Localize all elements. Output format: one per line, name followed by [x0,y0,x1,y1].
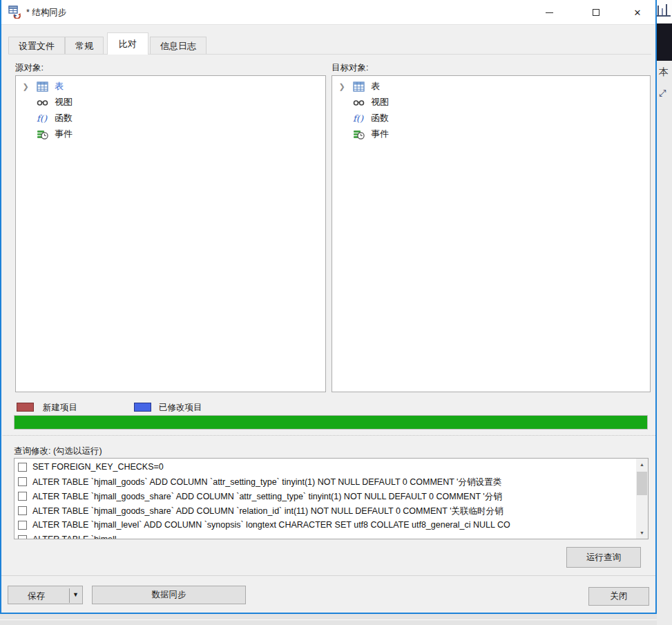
close-icon: ✕ [634,8,642,17]
expand-arrows-icon: ⤢ [659,88,666,99]
scroll-up-icon[interactable]: ▲ [636,459,648,470]
query-sql-text: ALTER TABLE `hjmall_goods` ADD COLUMN `a… [32,477,626,488]
query-checkbox[interactable] [18,535,27,539]
query-sql-text: ALTER TABLE `hjmall_goods_share` ADD COL… [32,491,626,503]
run-query-button[interactable]: 运行查询 [566,547,641,568]
chevron-right-icon[interactable]: ❯ [21,82,30,91]
window-title: * 结构同步 [26,7,66,19]
chevron-right-icon[interactable]: ❯ [338,82,346,91]
target-objects-label: 目标对象: [332,62,368,74]
event-icon [353,128,365,140]
background-app-right-strip: 本 ⤢ [657,0,672,625]
query-row[interactable]: ALTER TABLE `hjmall_goods_share` ADD COL… [15,490,626,504]
tree-item-label: 表 [371,80,380,93]
query-row[interactable]: ALTER TABLE `hjmall_goods_share` ADD COL… [15,504,626,519]
splitter-line[interactable] [3,435,655,436]
tab-settings-file[interactable]: 设置文件 [8,37,65,55]
tree-item-functions[interactable]: f() 函数 [16,110,325,126]
dropdown-arrow-icon[interactable]: ▼ [73,591,79,598]
close-dialog-button[interactable]: 关闭 [588,587,649,606]
progress-bar-fill [15,416,647,429]
tree-item-label: 视图 [371,96,389,108]
event-icon [37,128,48,140]
tree-item-views[interactable]: 视图 [16,95,325,110]
target-objects-tree[interactable]: ❯ 表 视图 f() [332,75,651,392]
query-checkbox[interactable] [18,506,27,515]
tree-item-events[interactable]: 事件 [332,126,650,142]
structure-sync-icon [8,6,21,19]
tab-bar: 设置文件 常规 比对 信息日志 [8,32,207,55]
query-checkbox[interactable] [18,492,27,501]
background-text-fragment: 本 [659,66,669,79]
vertical-scrollbar[interactable]: ▲ ▼ [636,459,648,539]
tree-item-label: 视图 [55,96,73,108]
close-button[interactable]: ✕ [620,0,655,25]
maximize-button[interactable] [579,0,613,25]
query-row[interactable]: ALTER TABLE `hjmall_level` ADD COLUMN `s… [15,519,626,533]
background-dark-bar [657,23,672,61]
function-icon: f() [37,113,48,124]
legend-new-item-label: 新建项目 [43,402,77,414]
maximize-icon [593,9,599,16]
scroll-down-icon[interactable]: ▼ [636,527,648,539]
tree-item-views[interactable]: 视图 [332,95,650,110]
table-icon [353,81,365,93]
minimize-icon [546,12,553,13]
query-sql-text: SET FOREIGN_KEY_CHECKS=0 [32,462,626,472]
query-sql-text: ALTER TABLE `hjmall_goods_share` ADD COL… [32,506,626,517]
background-toolbar-fragment [657,0,672,23]
query-sql-text: ALTER TABLE `hjmall_ [32,535,626,539]
view-icon [37,97,48,108]
table-icon [37,81,48,93]
bar-chart-icon [657,0,672,19]
tree-item-label: 表 [55,80,64,93]
tree-item-tables[interactable]: ❯ 表 [332,79,650,94]
save-button-label: 保存 [28,590,45,602]
save-split-divider [69,588,70,603]
function-icon: f() [353,113,365,124]
footer-divider [1,575,655,576]
view-icon [353,97,365,108]
tab-info-log[interactable]: 信息日志 [150,37,207,55]
query-checkbox[interactable] [18,477,27,486]
tree-item-label: 函数 [55,112,73,124]
background-divider [0,619,657,620]
source-objects-label: 源对象: [15,62,44,74]
tree-item-events[interactable]: 事件 [16,126,325,142]
legend-modified-item-swatch [134,403,151,412]
query-row[interactable]: SET FOREIGN_KEY_CHECKS=0 [15,461,626,475]
background-bottom-strip [0,614,657,625]
tree-item-label: 事件 [55,128,73,140]
tab-general[interactable]: 常规 [65,37,104,55]
tab-frame-line [8,54,651,55]
tree-item-label: 事件 [371,128,389,140]
tree-item-label: 函数 [371,112,389,124]
query-checkbox[interactable] [18,463,27,472]
save-button[interactable]: 保存 ▼ [8,586,83,604]
screen: 本 ⤢ * 结构同步 ✕ 设置文件 常规 比对 [0,0,672,625]
query-modifications-label: 查询修改: (勾选以运行) [14,445,102,457]
legend-new-item-swatch [17,403,34,412]
source-objects-tree[interactable]: ❯ 表 视图 f() [15,75,326,392]
structure-sync-dialog: * 结构同步 ✕ 设置文件 常规 比对 信息日志 源对象: 目标对象: ❯ [0,0,657,614]
tree-item-functions[interactable]: f() 函数 [332,110,650,126]
query-row[interactable]: ALTER TABLE `hjmall_ [15,533,626,539]
legend-modified-item-label: 已修改项目 [159,402,202,414]
minimize-button[interactable] [532,0,566,25]
title-bar[interactable]: * 结构同步 ✕ [1,0,655,25]
data-sync-button[interactable]: 数据同步 [92,586,246,604]
progress-bar [14,415,648,430]
query-row[interactable]: ALTER TABLE `hjmall_goods` ADD COLUMN `a… [15,475,626,490]
query-list[interactable]: SET FOREIGN_KEY_CHECKS=0 ALTER TABLE `hj… [14,458,649,539]
query-sql-text: ALTER TABLE `hjmall_level` ADD COLUMN `s… [32,520,626,530]
tab-compare[interactable]: 比对 [107,32,148,55]
tree-item-tables[interactable]: ❯ 表 [16,79,325,94]
query-checkbox[interactable] [18,521,27,530]
scrollbar-thumb[interactable] [637,472,647,495]
